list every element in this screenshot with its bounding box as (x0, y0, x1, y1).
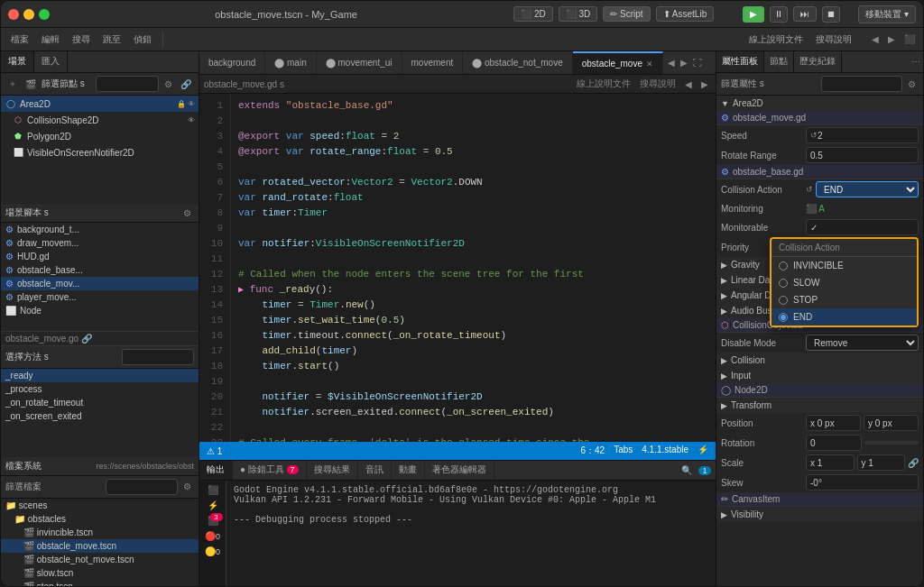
menu-file[interactable]: 檔案 (6, 32, 33, 48)
console-error-button[interactable]: 🔴0 (202, 530, 223, 542)
add-node-button[interactable]: ＋ (5, 77, 20, 91)
script-obstacle-base[interactable]: ⚙ obstacle_base... (1, 263, 199, 277)
dropdown-option-slow[interactable]: SLOW (772, 274, 917, 291)
console-search-button[interactable]: 🔍 (679, 464, 695, 476)
scale-y[interactable]: y 1 (857, 454, 906, 471)
position-y[interactable]: y 0 px (864, 415, 919, 431)
method-on-screen-exited[interactable]: _on_screen_exited (1, 409, 199, 423)
fs-stop[interactable]: 🎬 stop.tscn (1, 580, 199, 587)
script-obstacle-move[interactable]: ⚙ obstacle_mov... (1, 277, 199, 290)
nav-back-button[interactable]: ◀ (869, 33, 882, 45)
fs-obstacle-not-move[interactable]: 🎬 obstacle_not_move.tscn (1, 553, 199, 566)
rotate-range-value[interactable]: 0.5 (806, 147, 919, 163)
nav-left2-button[interactable]: ◀ (682, 78, 695, 90)
console-tab-debug[interactable]: ● 除錯工具 7 (233, 461, 307, 480)
props-settings-button[interactable]: ⋯ (909, 51, 923, 72)
menu-debug[interactable]: 偵錯 (129, 32, 156, 48)
console-tab-search[interactable]: 搜尋結果 (307, 461, 358, 480)
remote-device-button[interactable]: 移動裝置 ▾ (858, 5, 916, 23)
fs-invincible[interactable]: 🎬 invincible.tscn (1, 526, 199, 539)
tab-obstacle-move[interactable]: obstacle_move ✕ (573, 51, 663, 74)
console-tab-audio[interactable]: 音訊 (358, 461, 392, 480)
fs-slow[interactable]: 🎬 slow.tscn (1, 566, 199, 580)
nav-right2-button[interactable]: ▶ (698, 78, 711, 90)
script-player-move[interactable]: ⚙ player_move... (1, 290, 199, 304)
script-draw-movem[interactable]: ⚙ draw_movem... (1, 236, 199, 250)
panel-layout-button[interactable]: ⬛ (901, 33, 918, 45)
minimize-button[interactable] (23, 9, 34, 20)
code-editor-area[interactable]: 123456789101112131415161718192021222324 … (199, 94, 716, 442)
scene-link-button[interactable]: 🔗 (178, 78, 194, 90)
tab-movement[interactable]: movement (402, 51, 464, 74)
tree-item-visible-notifier[interactable]: ⬜ VisibleOnScreenNotifier2D (1, 144, 199, 161)
scene-search-input[interactable] (96, 76, 159, 92)
tab-properties[interactable]: 屬性面板 (716, 51, 764, 72)
console-tab-output[interactable]: 輸出 (199, 461, 233, 480)
method-ready[interactable]: _ready (1, 369, 199, 382)
2d-view-button[interactable]: ⬛ 2D (513, 6, 553, 22)
menu-goto[interactable]: 跳至 (98, 32, 125, 48)
maximize-button[interactable] (39, 9, 50, 20)
transform-section[interactable]: ▶ Transform (716, 398, 923, 413)
step-button[interactable]: ⏭ (793, 6, 817, 22)
tree-item-collision[interactable]: ⬡ CollisionShape2D 👁 (1, 112, 199, 128)
tree-item-polygon[interactable]: ⬟ Polygon2D (1, 128, 199, 144)
tab-obstacle-not-move[interactable]: ⬤ obstacle_not_move (463, 51, 573, 74)
nav-fwd-button[interactable]: ▶ (885, 33, 898, 45)
code-content[interactable]: extends "obstacle_base.gd" @export var s… (231, 94, 716, 442)
speed-value[interactable]: ↺ 2 (806, 127, 919, 143)
dropdown-option-stop[interactable]: STOP (772, 291, 917, 308)
fs-obstacle-move[interactable]: 🎬 obstacle_move.tscn (1, 539, 199, 553)
close-button[interactable] (8, 9, 19, 20)
monitorable-value[interactable]: ✓ (806, 219, 919, 235)
console-icon-1[interactable]: ⬛ (205, 484, 221, 496)
visibility-section[interactable]: ▶ Visibility (716, 507, 923, 522)
docs-online-button[interactable]: 線上說明文件 (574, 77, 633, 91)
nav-right-button[interactable]: ▶ (678, 51, 690, 74)
menu-edit[interactable]: 編輯 (37, 32, 64, 48)
fs-scenes[interactable]: 📁 scenes (1, 499, 199, 512)
filesystem-settings[interactable]: ⚙ (180, 481, 194, 492)
tree-item-area2d[interactable]: ◯ Area2D 🔒 👁 (1, 96, 199, 112)
area2d-section[interactable]: ▼ Area2D (716, 96, 923, 111)
console-warn-button[interactable]: 🟡0 (202, 546, 223, 557)
console-icon-2[interactable]: ⚡ (205, 500, 221, 511)
console-tab-animation[interactable]: 動畫 (392, 461, 425, 480)
dropdown-option-invincible[interactable]: INVINCIBLE (772, 257, 917, 274)
console-tab-shader[interactable]: 著色器編輯器 (425, 461, 494, 480)
tab-main[interactable]: ⬤ main (265, 51, 316, 74)
console-icon-3[interactable]: ⬛3 (205, 515, 221, 527)
scene-settings-button[interactable]: ⚙ (162, 78, 175, 90)
link-icon[interactable]: 🔗 (908, 458, 919, 468)
method-process[interactable]: _process (1, 382, 199, 396)
3d-view-button[interactable]: ⬛ 3D (559, 6, 598, 22)
position-x[interactable]: x 0 px (806, 415, 861, 431)
skew-value[interactable]: -0° (806, 474, 919, 491)
fullscreen-button[interactable]: ⛶ (690, 51, 705, 74)
collision-section[interactable]: ▶ Collision (716, 353, 923, 368)
method-on-rotate[interactable]: _on_rotate_timeout (1, 396, 199, 409)
filesystem-search[interactable] (106, 479, 178, 495)
scripts-settings[interactable]: ⚙ (180, 207, 194, 219)
search-help-button[interactable]: 搜尋說明 (811, 32, 856, 48)
tab-close-icon[interactable]: ✕ (646, 60, 653, 69)
search-help-editor-button[interactable]: 搜尋說明 (637, 77, 679, 91)
tab-background[interactable]: background (199, 51, 265, 74)
tab-nodes[interactable]: 節點 (764, 51, 794, 72)
nav-left-button[interactable]: ◀ (665, 51, 678, 74)
menu-search[interactable]: 搜尋 (68, 32, 95, 48)
fs-obstacles[interactable]: 📁 obstacles (1, 512, 199, 526)
docs-button[interactable]: 線上說明文件 (744, 32, 808, 48)
add-scene-button[interactable]: 🎬 (23, 78, 39, 90)
props-filter-btn[interactable]: ⚙ (905, 78, 919, 90)
script-view-button[interactable]: ✏ Script (603, 6, 650, 22)
tab-history[interactable]: 歷史紀錄 (794, 51, 842, 72)
dropdown-option-end[interactable]: END (772, 308, 917, 326)
methods-search[interactable] (122, 349, 194, 365)
assetlib-button[interactable]: ⬆ AssetLib (656, 6, 715, 22)
tab-movement-ui[interactable]: ⬤ movement_ui (317, 51, 402, 74)
tab-import[interactable]: 匯入 (34, 51, 68, 72)
stop-button[interactable]: ⏹ (822, 6, 840, 23)
input-section[interactable]: ▶ Input (716, 368, 923, 383)
script-background-t[interactable]: ⚙ background_t... (1, 223, 199, 236)
